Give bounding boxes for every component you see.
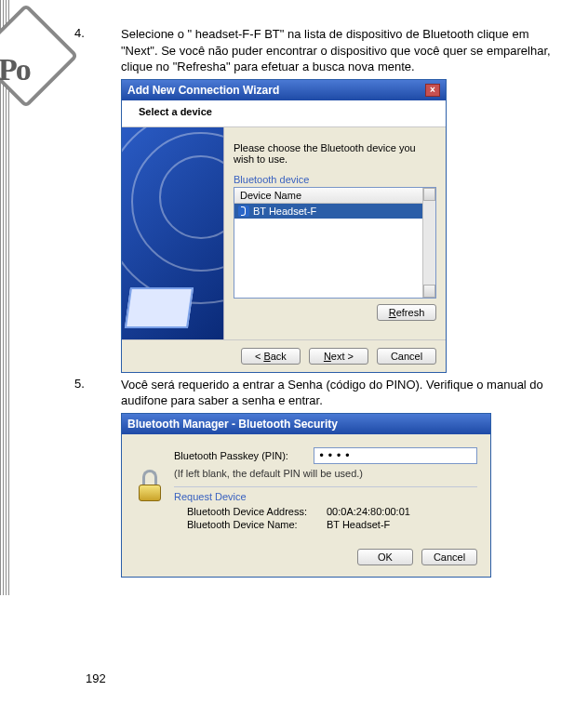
instruction-step-4: 4. Selecione o " headset-F-F BT" na list…: [74, 26, 568, 75]
scroll-down-icon[interactable]: [423, 285, 435, 298]
cancel-button[interactable]: Cancel: [421, 549, 477, 565]
scrollbar[interactable]: [422, 188, 435, 298]
step-text: Você será requerido a entrar a Senha (có…: [121, 377, 568, 409]
laptop-icon: [125, 287, 194, 328]
device-name-cell: BT Headset-F: [253, 206, 316, 217]
logo-badge: Po: [0, 19, 73, 102]
refresh-button[interactable]: Refresh: [377, 304, 436, 321]
device-address-value: 00:0A:24:80:00:01: [327, 506, 410, 517]
dialog2-title: Bluetooth Manager - Bluetooth Security: [127, 418, 338, 431]
next-button[interactable]: Next >: [309, 348, 368, 365]
dialog2-titlebar: Bluetooth Manager - Bluetooth Security: [122, 414, 490, 434]
lock-icon: [135, 468, 165, 501]
back-button[interactable]: < Back: [241, 348, 301, 365]
page-left-decoration: Po: [0, 0, 52, 595]
device-list-item[interactable]: BT Headset-F: [234, 204, 435, 219]
request-device-group-label: Request Device: [174, 486, 477, 502]
dialog1-header: Select a device: [122, 100, 446, 127]
passkey-label: Bluetooth Passkey (PIN):: [174, 450, 314, 461]
wizard-side-graphic: [122, 127, 224, 339]
select-device-heading: Select a device: [139, 106, 212, 117]
headset-icon: [238, 206, 249, 217]
dialog1-title: Add New Connection Wizard: [127, 84, 279, 97]
device-list[interactable]: Device Name BT Headset-F: [234, 187, 436, 299]
step-number: 4.: [74, 26, 121, 75]
device-name-value: BT Headset-F: [327, 519, 390, 530]
step-number: 5.: [74, 377, 121, 409]
scroll-up-icon[interactable]: [423, 188, 435, 201]
ok-button[interactable]: OK: [357, 549, 413, 565]
passkey-hint: (If left blank, the default PIN will be …: [174, 468, 477, 479]
logo-text: Po: [0, 52, 30, 87]
bluetooth-security-dialog: Bluetooth Manager - Bluetooth Security B…: [121, 413, 491, 578]
dialog1-titlebar: Add New Connection Wizard ×: [122, 80, 446, 100]
cancel-button[interactable]: Cancel: [377, 348, 436, 365]
device-list-header: Device Name: [234, 188, 435, 204]
passkey-input[interactable]: ••••: [314, 447, 477, 464]
close-icon[interactable]: ×: [425, 84, 440, 97]
device-address-label: Bluetooth Device Address:: [187, 506, 327, 517]
add-connection-wizard-dialog: Add New Connection Wizard × Select a dev…: [121, 79, 447, 373]
instruction-step-5: 5. Você será requerido a entrar a Senha …: [74, 377, 568, 409]
page-number: 192: [86, 671, 106, 685]
step-text: Selecione o " headset-F-F BT" na lista d…: [121, 26, 568, 75]
device-name-label: Bluetooth Device Name:: [187, 519, 327, 530]
dialog1-instruction: Please choose the Bluetooth device you w…: [234, 142, 436, 165]
signal-ring-icon: [122, 127, 224, 304]
device-group-label: Bluetooth device: [234, 174, 436, 185]
